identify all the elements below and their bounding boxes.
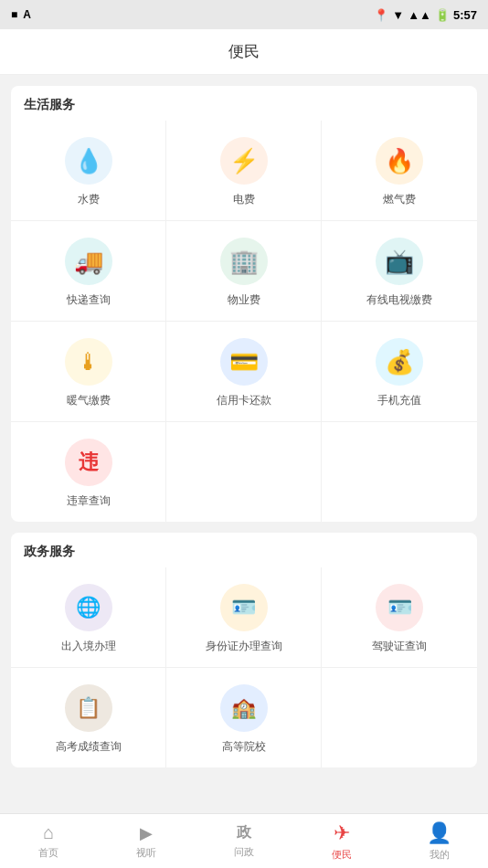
heating-icon: 🌡: [77, 348, 101, 376]
life-services-title: 生活服务: [11, 86, 477, 121]
media-icon: ▶: [140, 823, 153, 843]
life-services-grid: 💧 水费 ⚡ 电费 🔥 燃气费 🚚 快递查询: [11, 121, 477, 522]
violation-query-icon-bg: 违: [65, 439, 112, 486]
violation-query-item[interactable]: 违 违章查询: [11, 422, 166, 522]
express-icon: 🚚: [74, 248, 103, 276]
electricity-icon: ⚡: [229, 147, 259, 175]
gas-fee-label: 燃气费: [383, 192, 416, 207]
gaokao-icon: 📋: [76, 696, 101, 720]
electricity-fee-icon-bg: ⚡: [220, 137, 268, 185]
nav-media[interactable]: ▶ 视听: [98, 814, 196, 868]
nav-home[interactable]: ⌂ 首页: [0, 814, 98, 868]
entry-exit-item[interactable]: 🌐 出入境办理: [11, 567, 166, 668]
id-card-label: 身份证办理查询: [206, 639, 282, 654]
university-icon-bg: 🏫: [220, 684, 268, 732]
main-content: 生活服务 💧 水费 ⚡ 电费 🔥 燃气费: [0, 75, 488, 813]
express-query-label: 快递查询: [67, 292, 111, 308]
credit-card-label: 信用卡还款: [217, 393, 271, 408]
nav-convenient[interactable]: ✈ 便民: [292, 814, 390, 868]
entry-exit-label: 出入境办理: [61, 639, 116, 654]
property-fee-label: 物业费: [228, 292, 260, 308]
time-display: 5:57: [453, 8, 477, 22]
property-fee-icon-bg: 🏢: [220, 238, 268, 285]
university-item[interactable]: 🏫 高等院校: [166, 668, 322, 767]
cable-tv-label: 有线电视缴费: [366, 292, 432, 308]
drivers-license-icon-bg: 🪪: [376, 584, 423, 631]
electricity-fee-label: 电费: [233, 192, 255, 207]
nav-mine[interactable]: 👤 我的: [390, 814, 488, 868]
id-card-item[interactable]: 🪪 身份证办理查询: [166, 567, 322, 668]
bottom-nav: ⌂ 首页 ▶ 视听 政 问政 ✈ 便民 👤 我的: [0, 813, 488, 868]
mine-icon: 👤: [427, 821, 451, 845]
gaokao-label: 高考成绩查询: [56, 739, 122, 755]
nav-media-label: 视听: [136, 846, 156, 860]
home-icon: ⌂: [43, 822, 54, 843]
cable-tv-item[interactable]: 📺 有线电视缴费: [322, 221, 477, 322]
water-fee-label: 水费: [78, 192, 100, 207]
gas-fee-item[interactable]: 🔥 燃气费: [322, 121, 477, 221]
heating-fee-label: 暖气缴费: [67, 393, 111, 408]
nav-convenient-label: 便民: [332, 848, 352, 862]
entry-exit-icon: 🌐: [76, 596, 101, 619]
cable-tv-icon: 📺: [385, 248, 414, 276]
notification-icon: ■: [11, 8, 17, 21]
nav-mine-label: 我的: [430, 848, 450, 862]
water-fee-icon-bg: 💧: [65, 137, 112, 185]
status-left-icons: ■ A: [11, 8, 31, 21]
drivers-license-icon: 🪪: [387, 596, 412, 619]
drivers-license-label: 驾驶证查询: [372, 639, 427, 654]
university-icon: 🏫: [231, 696, 256, 720]
mobile-recharge-label: 手机充值: [377, 393, 421, 408]
gas-fee-icon-bg: 🔥: [376, 137, 423, 185]
gas-icon: 🔥: [385, 147, 414, 175]
gov-empty-cell: [322, 668, 477, 767]
nav-gov[interactable]: 政 问政: [196, 814, 293, 868]
keyboard-icon: A: [23, 8, 31, 21]
status-bar: ■ A 📍 ▼ ▲▲ 🔋 5:57: [0, 0, 488, 29]
gov-services-section: 政务服务 🌐 出入境办理 🪪 身份证办理查询 🪪 驾驶证查询: [11, 533, 477, 767]
heating-fee-item[interactable]: 🌡 暖气缴费: [11, 322, 166, 422]
express-query-item[interactable]: 🚚 快递查询: [11, 221, 166, 322]
credit-card-icon-bg: 💳: [220, 338, 268, 386]
violation-query-label: 违章查询: [67, 493, 111, 509]
entry-exit-icon-bg: 🌐: [65, 584, 112, 631]
wifi-icon: ▼: [392, 8, 404, 22]
property-icon: 🏢: [229, 248, 259, 276]
mobile-recharge-icon: 💰: [385, 348, 414, 376]
gov-services-grid: 🌐 出入境办理 🪪 身份证办理查询 🪪 驾驶证查询 📋: [11, 567, 477, 767]
cable-tv-icon-bg: 📺: [376, 238, 423, 285]
gaokao-icon-bg: 📋: [65, 684, 112, 732]
gov-icon: 政: [237, 823, 251, 842]
nav-home-label: 首页: [38, 846, 58, 860]
drivers-license-item[interactable]: 🪪 驾驶证查询: [322, 567, 477, 668]
credit-card-item[interactable]: 💳 信用卡还款: [166, 322, 322, 422]
convenient-icon: ✈: [334, 821, 350, 845]
university-label: 高等院校: [222, 739, 266, 755]
empty-cell-1: [166, 422, 322, 522]
mobile-recharge-icon-bg: 💰: [376, 338, 423, 386]
empty-cell-2: [322, 422, 477, 522]
location-icon: 📍: [374, 8, 388, 22]
property-fee-item[interactable]: 🏢 物业费: [166, 221, 322, 322]
violation-icon: 违: [79, 449, 99, 476]
battery-icon: 🔋: [435, 8, 450, 22]
credit-card-icon: 💳: [229, 348, 259, 376]
status-right-info: 📍 ▼ ▲▲ 🔋 5:57: [374, 8, 477, 22]
signal-icon: ▲▲: [408, 8, 431, 22]
express-icon-bg: 🚚: [65, 238, 112, 285]
life-services-section: 生活服务 💧 水费 ⚡ 电费 🔥 燃气费: [11, 86, 477, 522]
heating-fee-icon-bg: 🌡: [65, 338, 112, 386]
nav-gov-label: 问政: [234, 845, 254, 859]
mobile-recharge-item[interactable]: 💰 手机充值: [322, 322, 477, 422]
electricity-fee-item[interactable]: ⚡ 电费: [166, 121, 322, 221]
water-icon: 💧: [74, 147, 103, 175]
id-card-icon-bg: 🪪: [220, 584, 268, 631]
page-header: 便民: [0, 29, 488, 75]
gov-services-title: 政务服务: [11, 533, 477, 567]
page-title: 便民: [228, 41, 260, 62]
water-fee-item[interactable]: 💧 水费: [11, 121, 166, 221]
id-card-icon: 🪪: [231, 596, 256, 619]
gaokao-item[interactable]: 📋 高考成绩查询: [11, 668, 166, 767]
